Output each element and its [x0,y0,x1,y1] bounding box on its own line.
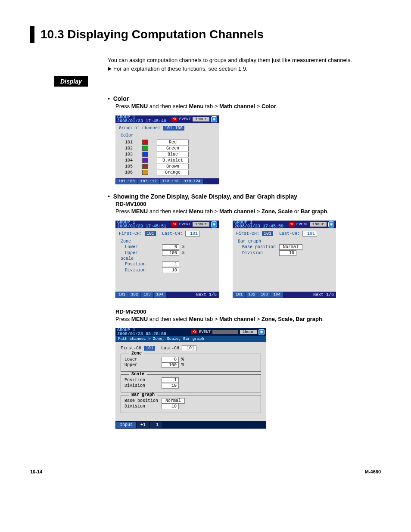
zone-device-left: GROUP 1 2008/01/23 17:45:51 ⟲ EVENT 1hou… [115,221,219,298]
channel-row: 103Blue [125,152,215,157]
model-mv2000: RD-MV2000 [115,308,381,315]
group-chip[interactable]: 101-106 [163,126,184,131]
triangle-icon: ▶ [108,65,112,72]
channel-number: 102 [125,146,136,151]
color-device-screen: GROUP 1 2008/01/23 17:45:40 ⟲ EVENT 1hou… [115,115,219,184]
channel-tab[interactable]: 102 [128,292,140,298]
time-range[interactable]: 1hour [193,222,209,227]
bar-base-position[interactable]: Normal [162,398,185,404]
last-ch-value[interactable]: 101 [302,231,317,236]
zone-lower[interactable]: 0 [162,244,179,250]
event-label: EVENT [179,117,191,121]
channel-tab[interactable]: 101 [233,292,245,298]
color-swatch-icon [142,140,148,145]
color-swatch-icon [142,170,148,175]
scale-group: Scale Position 1 Division 10 [121,374,261,392]
zone-instruction: Press MENU and then select Menu tab > Ma… [115,208,381,215]
scale-division[interactable]: 10 [162,268,179,273]
channel-number: 101 [125,140,136,145]
first-ch-value[interactable]: 101 [144,346,155,351]
color-name-field[interactable]: Blue [157,152,189,157]
camera-icon[interactable]: ◉ [258,329,265,335]
event-icon[interactable]: ⟲ [191,330,197,334]
color-swatch-icon [142,164,148,169]
doc-code: M-4660 [365,469,381,474]
channel-tab[interactable]: 104 [271,292,283,298]
channel-number: 105 [125,164,136,169]
first-ch-value[interactable]: 101 [145,231,156,236]
page-number: 10-14 [30,469,42,474]
channel-range-tab[interactable]: 101-106 [116,179,137,184]
color-name-field[interactable]: Orange [157,170,189,175]
time-range[interactable]: 1hour [193,117,209,121]
channel-number: 103 [125,152,136,157]
minus-one-button[interactable]: -1 [150,422,162,428]
zone-lower[interactable]: 0 [162,357,179,362]
color-instruction: Press MENU and then select Menu tab > Ma… [115,103,381,109]
channel-range-tab[interactable]: 113-118 [160,179,181,184]
time-range[interactable]: 1hour [310,222,327,227]
channel-row: 105Brown [125,164,215,169]
bar-base-position[interactable]: Normal [279,244,302,250]
breadcrumb: Math channel > Zone, Scale, Bar graph [115,336,266,342]
channel-row: 101Red [125,140,215,145]
input-tab[interactable]: Input [116,422,136,428]
color-name-field[interactable]: Red [157,140,189,145]
color-name-field[interactable]: Green [157,146,189,151]
color-heading: • Color [108,95,381,102]
display-side-label: Display [54,76,88,87]
color-swatch-icon [142,146,148,151]
channel-range-tab[interactable]: 107-112 [138,179,159,184]
last-ch-value[interactable]: 101 [185,231,200,236]
channel-tab[interactable]: 101 [116,292,128,298]
color-swatch-icon [142,158,148,163]
bargraph-group: Bar graph Base position Normal Division … [121,395,261,413]
scale-position[interactable]: 1 [162,377,179,383]
channel-tab[interactable]: 103 [141,292,153,298]
scale-position[interactable]: 1 [162,261,179,267]
last-ch-value[interactable]: 101 [182,345,196,351]
channel-row: 106Orange [125,170,215,175]
intro-text: You can assign computation channels to g… [108,56,381,65]
channel-range-tab[interactable]: 119-124 [181,179,203,184]
event-label: EVENT [179,222,191,227]
mv2000-instruction: Press MENU and then select Menu tab > Ma… [115,316,381,322]
first-ch-value[interactable]: 101 [262,231,273,236]
color-name-field[interactable]: B.violet [157,158,189,163]
note-text: For an explanation of these functions, s… [113,65,247,72]
channel-row: 102Green [125,146,215,151]
zone-group: Zone Lower 0 % Upper 100 % [121,354,261,372]
color-swatch-icon [142,152,148,157]
time-range[interactable]: 1hour [240,330,257,334]
zone-heading: • Showing the Zone Display, Scale Displa… [108,193,381,200]
model-mv1000: RD-MV1000 [115,201,381,207]
channel-tab[interactable]: 104 [154,292,166,298]
event-icon[interactable]: ⟲ [171,222,177,227]
camera-icon[interactable]: ◉ [211,221,217,227]
next-page[interactable]: Next 1/6 [311,292,336,298]
zone-upper[interactable]: 100 [162,362,179,368]
event-icon[interactable]: ⟲ [289,222,295,227]
page-title: 10.3 Displaying Computation Channels [40,26,264,43]
scale-division[interactable]: 10 [162,383,179,389]
next-page[interactable]: Next 1/6 [194,292,218,298]
event-label: EVENT [296,222,308,227]
color-section-label: Color [121,133,215,138]
mv2000-device-screen: GROUP 1 2008/01/23 05:28:59 ⟲ EVENT 1hou… [115,328,266,429]
color-name-field[interactable]: Brown [157,164,189,169]
channel-tab[interactable]: 102 [246,292,258,298]
bar-division[interactable]: 10 [279,250,296,256]
event-bar [212,330,238,334]
channel-number: 106 [125,170,136,175]
camera-icon[interactable]: ◉ [328,221,334,227]
zone-device-right: GROUP 1 2008/01/23 17:45:59 ⟲ EVENT 1hou… [233,221,336,298]
event-label: EVENT [199,330,211,334]
channel-number: 104 [125,158,136,163]
zone-upper[interactable]: 100 [162,250,179,256]
plus-one-button[interactable]: +1 [137,422,149,428]
bar-division[interactable]: 10 [162,404,179,409]
channel-tab[interactable]: 103 [258,292,270,298]
channel-row: 104B.violet [125,158,215,163]
camera-icon[interactable]: ◉ [211,116,217,122]
event-icon[interactable]: ⟲ [171,117,177,121]
